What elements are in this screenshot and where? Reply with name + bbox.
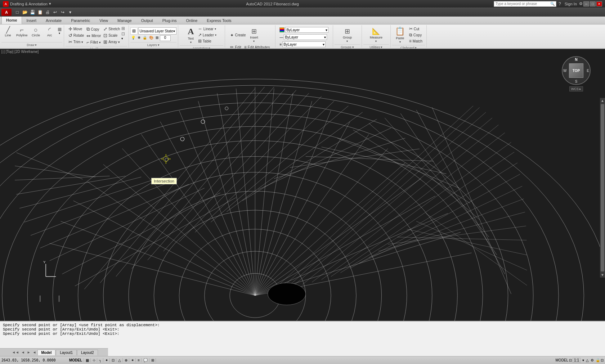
status-model-btn[interactable]: MODEL (68, 358, 84, 362)
layer-off-button[interactable]: 💡 (130, 35, 136, 41)
group-dropdown-arrow[interactable]: ▾ (346, 40, 348, 43)
status-snap-btn[interactable]: ⊹ (91, 358, 97, 362)
matchprop-button[interactable]: ≡Match (408, 38, 424, 44)
array-dropdown-arrow[interactable]: ▾ (118, 40, 120, 44)
status-dyn-btn[interactable]: ✶ (130, 358, 136, 362)
annotation-group-label[interactable]: Annotation▾ (180, 45, 223, 49)
draw-more-button[interactable]: ▦ ▾ (57, 26, 62, 36)
search-box[interactable]: 🔍 (494, 1, 556, 7)
color-dropdown[interactable]: ByLayer ▾ (285, 27, 328, 33)
tab-expresstools[interactable]: Express Tools (202, 16, 236, 24)
tab-annotate[interactable]: Annotate (41, 16, 66, 24)
status-fullscreen-btn[interactable]: ⊡ (601, 358, 604, 362)
minimize-button[interactable]: ─ (583, 1, 589, 6)
nav-cube[interactable]: N S W E TOP WCS ▸ (558, 56, 594, 99)
leader-dropdown-arrow[interactable]: ▾ (215, 33, 216, 37)
fillet-button[interactable]: ⌐Fillet▾ (85, 39, 102, 45)
linetype-dropdown[interactable]: ByLayer ▾ (284, 34, 327, 40)
qa-dropdown[interactable]: ▾ (67, 9, 73, 15)
layer-number-input[interactable]: 0 (160, 35, 171, 41)
measure-button[interactable]: 📐 Measure ▾ (369, 27, 384, 44)
restore-button[interactable]: □ (590, 1, 596, 6)
sign-in-label[interactable]: Sign In (563, 2, 578, 6)
status-qp-btn[interactable]: 💬 (142, 358, 149, 362)
layout-scroll-next[interactable]: ► (26, 350, 32, 354)
utilities-group-label[interactable]: Utilities▾ (363, 44, 389, 49)
tab-home[interactable]: Home (1, 16, 22, 24)
paste-dropdown-arrow[interactable]: ▾ (399, 40, 401, 44)
create-button[interactable]: ✦Create (229, 27, 247, 44)
saveas-button[interactable]: 📋 (37, 9, 43, 15)
groups-group-label[interactable]: Groups▾ (335, 44, 360, 49)
status-zoom-icons[interactable]: ⊡ (569, 358, 572, 362)
status-sc-btn[interactable]: ⊞ (150, 358, 156, 362)
tab-insert[interactable]: Insert (22, 16, 41, 24)
settings-icon[interactable]: ⚙ (579, 1, 583, 6)
tab-layout1[interactable]: Layout1 (56, 350, 77, 355)
status-scale[interactable]: MODEL (556, 358, 569, 362)
clipboard-group-label[interactable]: Clipboard▾ (392, 45, 425, 49)
status-ducs-btn[interactable]: ⊕ (123, 358, 129, 362)
tab-parametric[interactable]: Parametric (66, 16, 95, 24)
tab-model[interactable]: Model (37, 350, 56, 355)
leader-button[interactable]: ↗ Leader ▾ (197, 32, 218, 38)
layout-scroll-prev[interactable]: ◄◄ (11, 350, 20, 354)
status-annotate-scale[interactable]: △ (586, 358, 589, 362)
tab-output[interactable]: Output (136, 16, 158, 24)
status-otrack-btn[interactable]: △ (117, 358, 123, 362)
tab-plugins[interactable]: Plug-ins (158, 16, 182, 24)
help-icon[interactable]: ? (557, 1, 563, 6)
status-osnap-btn[interactable]: ⊡ (110, 358, 116, 362)
copy-button[interactable]: ⧉Copy (85, 26, 102, 32)
status-viewport-btn[interactable]: ▾ (581, 358, 585, 362)
move-button[interactable]: ✛Move (67, 26, 85, 32)
linear-dropdown-arrow[interactable]: ▾ (215, 27, 216, 31)
text-button[interactable]: A Text ▾ (185, 26, 196, 45)
compass-ring[interactable]: N S W E TOP (562, 56, 591, 85)
close-button[interactable]: ✕ (596, 1, 602, 6)
draw-group-label[interactable]: Draw ▾ (1, 42, 62, 47)
status-lw-btn[interactable]: ≡ (136, 358, 142, 362)
canvas-scrollbar-vertical[interactable]: ▲ ▼ (600, 98, 605, 278)
block-insert-dropdown[interactable]: ▾ (253, 40, 255, 43)
save-button[interactable]: 💾 (29, 9, 36, 15)
scroll-up-button[interactable]: ▲ (600, 98, 605, 103)
lineweight-dropdown[interactable]: ByLayer ▾ (282, 41, 326, 47)
layer-dropdown[interactable]: Unsaved Layer State ▾ (138, 27, 176, 35)
window-controls[interactable]: ─ □ ✕ (583, 1, 602, 6)
redo-button[interactable]: ↪ (59, 9, 66, 15)
paste-button[interactable]: 📋 Paste ▾ (394, 26, 407, 44)
edit-button[interactable]: ✏Edit (229, 44, 242, 49)
cut-button[interactable]: ✂Cut (408, 26, 424, 32)
app-menu-button[interactable]: A (1, 9, 12, 16)
new-button[interactable]: □ (14, 9, 21, 15)
tab-online[interactable]: Online (182, 16, 202, 24)
layer-lock-button[interactable]: 🔒 (142, 35, 148, 41)
wcs-badge[interactable]: WCS ▸ (569, 86, 583, 91)
rotate-button[interactable]: ↺Rotate (67, 32, 85, 39)
status-polar-btn[interactable]: ✦ (104, 358, 110, 362)
circle-button[interactable]: ○ Circle (30, 26, 42, 38)
status-lock-btn[interactable]: 🔒 (596, 358, 600, 362)
layout-scroll-next2[interactable]: ◄ (32, 350, 37, 354)
layout-scroll-prev2[interactable]: ◄ (20, 350, 26, 354)
mirror-button[interactable]: ⇔Mirror (85, 33, 102, 39)
layer-more-button[interactable]: ⊞ (155, 35, 159, 41)
trim-button[interactable]: ✂Trim▾ (67, 39, 85, 45)
status-ortho-btn[interactable]: ┐ (98, 358, 103, 362)
edit-attributes-button[interactable]: ≡Edit Attributes (243, 44, 271, 49)
stretch-button[interactable]: ⤢Stretch (102, 26, 121, 32)
layer-properties-button[interactable]: ⊞ (130, 27, 138, 35)
line-button[interactable]: ╱ Line (1, 26, 14, 38)
modify-more-button[interactable]: ⊞ (121, 26, 125, 31)
scroll-down-button[interactable]: ▼ (600, 272, 605, 278)
undo-button[interactable]: ↩ (52, 9, 58, 15)
text-dropdown-arrow[interactable]: ▾ (190, 41, 192, 44)
layers-group-label[interactable]: Layers▾ (130, 42, 176, 47)
linear-button[interactable]: ↔ Linear ▾ (197, 26, 218, 32)
modify-expand-button[interactable]: ▾ (121, 37, 125, 40)
block-insert-button[interactable]: ⊞ Insert ▾ (247, 27, 260, 44)
status-grid-btn[interactable]: ▦ (84, 358, 91, 362)
array-button[interactable]: ⊞Array▾ (102, 39, 121, 45)
table-button[interactable]: ⊞ Table (197, 38, 218, 44)
